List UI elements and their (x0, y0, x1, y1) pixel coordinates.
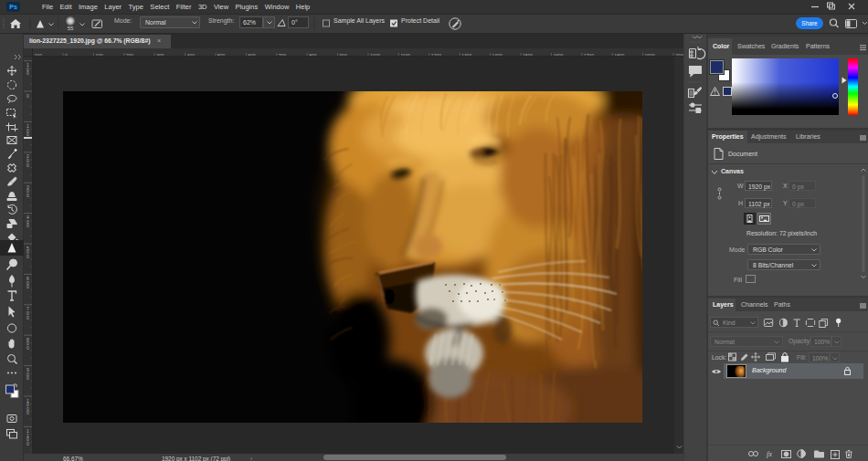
svg-text:0: 0 (26, 162, 29, 168)
svg-text:0: 0 (26, 193, 29, 198)
svg-text:0: 0 (26, 315, 29, 320)
svg-text:0: 0 (26, 223, 29, 228)
svg-text:0: 0 (26, 441, 29, 446)
svg-text:0: 0 (26, 284, 29, 289)
svg-text:0: 0 (26, 345, 29, 351)
svg-text:55: 55 (68, 26, 74, 31)
svg-text:0: 0 (26, 375, 29, 381)
svg-text:0: 0 (26, 254, 29, 259)
svg-text:0: 0 (26, 93, 29, 99)
svg-text:fx: fx (767, 449, 772, 458)
svg-text:0: 0 (26, 410, 29, 415)
svg-text:0: 0 (26, 70, 29, 76)
